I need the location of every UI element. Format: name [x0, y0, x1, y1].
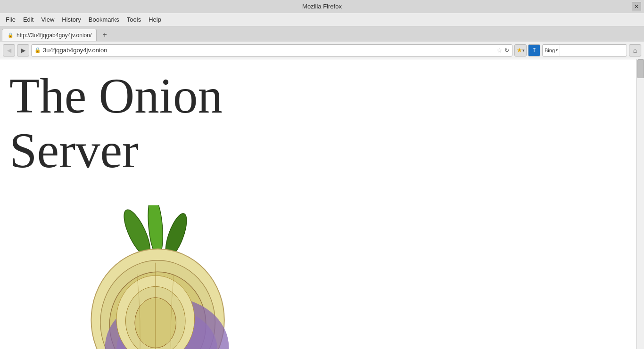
tabbar: 🔒 http://3u4fjqgab4goy4jv.onion/ + — [0, 26, 644, 41]
search-engine-selector[interactable]: Bing ▾ — [543, 45, 560, 56]
bookmark-star-icon[interactable]: ☆ — [496, 47, 503, 54]
search-bar[interactable]: Bing ▾ 🔍 — [542, 44, 627, 57]
heading-line2: Server — [9, 123, 139, 178]
menu-history[interactable]: History — [58, 14, 84, 25]
active-tab[interactable]: 🔒 http://3u4fjqgab4goy4jv.onion/ — [2, 29, 97, 41]
search-engine-label: Bing — [545, 48, 555, 53]
heading-line1: The Onion — [9, 68, 223, 123]
tor-button[interactable]: T — [528, 44, 540, 57]
menu-bookmarks[interactable]: Bookmarks — [85, 14, 123, 25]
titlebar: Mozilla Firefox ✕ — [0, 0, 644, 13]
back-icon: ◀ — [7, 47, 11, 54]
forward-icon: ▶ — [21, 47, 25, 54]
home-icon: ⌂ — [633, 47, 637, 54]
menubar: File Edit View History Bookmarks Tools H… — [0, 13, 644, 26]
refresh-icon[interactable]: ↻ — [504, 47, 509, 54]
new-tab-button[interactable]: + — [99, 29, 111, 41]
search-engine-dropdown-icon: ▾ — [556, 48, 558, 52]
tab-label: http://3u4fjqgab4goy4jv.onion/ — [17, 32, 91, 39]
window-title: Mozilla Firefox — [302, 3, 342, 10]
address-bar[interactable]: 🔒 3u4fjqgab4goy4jv.onion ☆ ↻ — [31, 44, 512, 57]
tab-favicon: 🔒 — [7, 32, 14, 39]
page-content: The Onion Server — [0, 59, 644, 349]
menu-edit[interactable]: Edit — [19, 14, 37, 25]
home-button[interactable]: ⌂ — [629, 44, 641, 57]
menu-tools[interactable]: Tools — [123, 14, 145, 25]
forward-button[interactable]: ▶ — [17, 44, 29, 57]
navbar: ◀ ▶ 🔒 3u4fjqgab4goy4jv.onion ☆ ↻ ★ ▾ T B… — [0, 41, 644, 59]
address-text: 3u4fjqgab4goy4jv.onion — [43, 47, 495, 54]
menu-file[interactable]: File — [2, 14, 19, 25]
bookmark-icon: ★ — [517, 47, 522, 54]
nav-icons: ★ ▾ T — [514, 44, 540, 57]
scrollbar-thumb[interactable] — [637, 59, 644, 78]
tor-onion-logo — [57, 205, 245, 349]
page-heading: The Onion Server — [0, 59, 644, 182]
close-button[interactable]: ✕ — [632, 2, 641, 11]
address-favicon: 🔒 — [34, 47, 41, 54]
menu-help[interactable]: Help — [145, 14, 165, 25]
search-input[interactable] — [560, 47, 635, 54]
back-button[interactable]: ◀ — [3, 44, 15, 57]
scrollbar[interactable] — [636, 59, 644, 349]
menu-view[interactable]: View — [37, 14, 58, 25]
bookmark-manager-button[interactable]: ★ ▾ — [514, 44, 527, 57]
